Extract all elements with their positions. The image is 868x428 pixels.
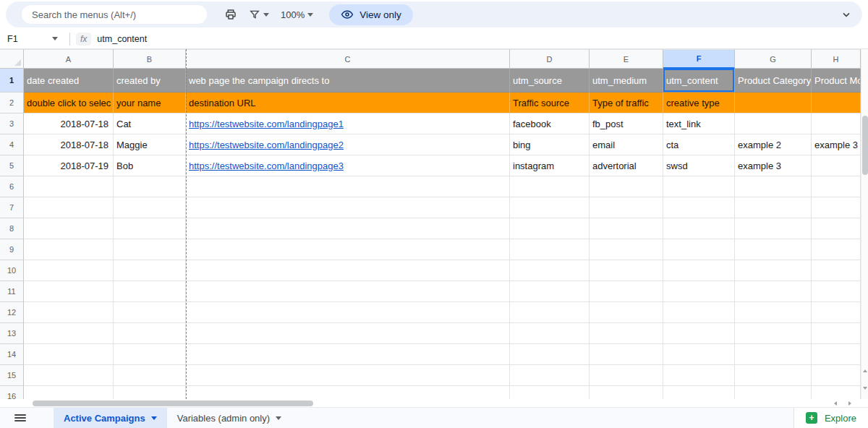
- cell-D13[interactable]: [510, 323, 590, 344]
- hyperlink-C5[interactable]: https://testwebsite.com/landingpage3: [189, 160, 344, 171]
- cell-F14[interactable]: [663, 344, 735, 365]
- cell-F7[interactable]: [663, 197, 735, 218]
- cell-C14[interactable]: [186, 344, 510, 365]
- cell-C9[interactable]: [186, 239, 510, 260]
- cell-D2[interactable]: Traffic source: [510, 93, 590, 114]
- cell-E8[interactable]: [590, 218, 663, 239]
- cell-E6[interactable]: [590, 176, 663, 197]
- cell-D15[interactable]: [510, 365, 590, 386]
- cell-E3[interactable]: fb_post: [590, 114, 663, 134]
- cell-G13[interactable]: [735, 323, 812, 344]
- cell-C5[interactable]: https://testwebsite.com/landingpage3: [186, 155, 510, 176]
- cell-D12[interactable]: [510, 302, 590, 323]
- cell-E16[interactable]: [590, 386, 663, 399]
- cell-A11[interactable]: [24, 281, 114, 302]
- cell-H9[interactable]: [812, 239, 861, 260]
- cell-F8[interactable]: [663, 218, 735, 239]
- print-button[interactable]: [220, 5, 242, 24]
- cell-A3[interactable]: 2018-07-18: [24, 114, 114, 134]
- cell-G7[interactable]: [735, 197, 812, 218]
- horizontal-scrollbar[interactable]: [0, 399, 868, 408]
- cell-B1[interactable]: created by: [114, 69, 186, 93]
- cell-C15[interactable]: [186, 365, 510, 386]
- cell-B7[interactable]: [114, 197, 186, 218]
- cell-C2[interactable]: destination URL: [186, 93, 510, 114]
- row-header-13[interactable]: 13: [0, 323, 24, 344]
- cell-F13[interactable]: [663, 323, 735, 344]
- cell-D5[interactable]: instagram: [510, 155, 590, 176]
- scroll-left-button[interactable]: [830, 400, 841, 407]
- cell-H3[interactable]: [812, 114, 861, 134]
- cell-A8[interactable]: [24, 218, 114, 239]
- cell-F12[interactable]: [663, 302, 735, 323]
- cell-B4[interactable]: Maggie: [114, 134, 186, 155]
- cell-D1[interactable]: utm_source: [510, 69, 590, 93]
- row-header-6[interactable]: 6: [0, 176, 24, 197]
- row-header-9[interactable]: 9: [0, 239, 24, 260]
- cell-B11[interactable]: [114, 281, 186, 302]
- cell-G9[interactable]: [735, 239, 812, 260]
- hyperlink-C3[interactable]: https://testwebsite.com/landingpage1: [189, 119, 344, 129]
- cell-B15[interactable]: [114, 365, 186, 386]
- cell-H1[interactable]: Product Mo: [812, 69, 861, 93]
- cell-F15[interactable]: [663, 365, 735, 386]
- cell-D14[interactable]: [510, 344, 590, 365]
- cell-A15[interactable]: [24, 365, 114, 386]
- col-header-D[interactable]: D: [510, 49, 590, 69]
- cell-A10[interactable]: [24, 260, 114, 281]
- cell-B3[interactable]: Cat: [114, 114, 186, 134]
- hyperlink-C4[interactable]: https://testwebsite.com/landingpage2: [189, 140, 344, 150]
- cell-E4[interactable]: email: [590, 134, 663, 155]
- select-all-corner[interactable]: [0, 49, 24, 69]
- cell-G12[interactable]: [735, 302, 812, 323]
- cell-F1[interactable]: utm_content: [663, 69, 735, 93]
- cell-F5[interactable]: swsd: [663, 155, 735, 176]
- cell-A14[interactable]: [24, 344, 114, 365]
- cell-G2[interactable]: [735, 93, 812, 114]
- all-sheets-button[interactable]: [0, 408, 41, 428]
- cell-D11[interactable]: [510, 281, 590, 302]
- cell-A5[interactable]: 2018-07-19: [24, 155, 114, 176]
- cell-F11[interactable]: [663, 281, 735, 302]
- cell-E7[interactable]: [590, 197, 663, 218]
- cell-B16[interactable]: [114, 386, 186, 399]
- cell-E10[interactable]: [590, 260, 663, 281]
- formula-input[interactable]: utm_content: [97, 34, 868, 44]
- cell-F6[interactable]: [663, 176, 735, 197]
- cell-F10[interactable]: [663, 260, 735, 281]
- cell-G8[interactable]: [735, 218, 812, 239]
- cell-G15[interactable]: [735, 365, 812, 386]
- cell-E12[interactable]: [590, 302, 663, 323]
- cell-A4[interactable]: 2018-07-18: [24, 134, 114, 155]
- cell-E15[interactable]: [590, 365, 663, 386]
- cell-A12[interactable]: [24, 302, 114, 323]
- col-header-G[interactable]: G: [735, 49, 812, 69]
- cell-C16[interactable]: [186, 386, 510, 399]
- cell-D6[interactable]: [510, 176, 590, 197]
- cell-E11[interactable]: [590, 281, 663, 302]
- cell-C4[interactable]: https://testwebsite.com/landingpage2: [186, 134, 510, 155]
- cell-H5[interactable]: [812, 155, 861, 176]
- cell-D4[interactable]: bing: [510, 134, 590, 155]
- vertical-scrollbar[interactable]: [861, 49, 868, 399]
- vertical-scrollbar-thumb[interactable]: [862, 116, 868, 175]
- cell-H10[interactable]: [812, 260, 861, 281]
- scroll-down-button[interactable]: [861, 383, 868, 393]
- cell-F2[interactable]: creative type: [663, 93, 735, 114]
- row-header-10[interactable]: 10: [0, 260, 24, 281]
- cell-B8[interactable]: [114, 218, 186, 239]
- row-header-16[interactable]: 16: [0, 386, 24, 399]
- cell-C1[interactable]: web page the campaign directs to: [186, 69, 510, 93]
- zoom-control[interactable]: 100%: [276, 7, 318, 23]
- cell-G6[interactable]: [735, 176, 812, 197]
- row-header-1[interactable]: 1: [0, 69, 24, 93]
- cell-E13[interactable]: [590, 323, 663, 344]
- horizontal-scrollbar-thumb[interactable]: [33, 401, 313, 406]
- cell-E14[interactable]: [590, 344, 663, 365]
- cell-C13[interactable]: [186, 323, 510, 344]
- col-header-B[interactable]: B: [114, 49, 186, 69]
- cell-C11[interactable]: [186, 281, 510, 302]
- row-header-12[interactable]: 12: [0, 302, 24, 323]
- cell-A13[interactable]: [24, 323, 114, 344]
- cell-G4[interactable]: example 2: [735, 134, 812, 155]
